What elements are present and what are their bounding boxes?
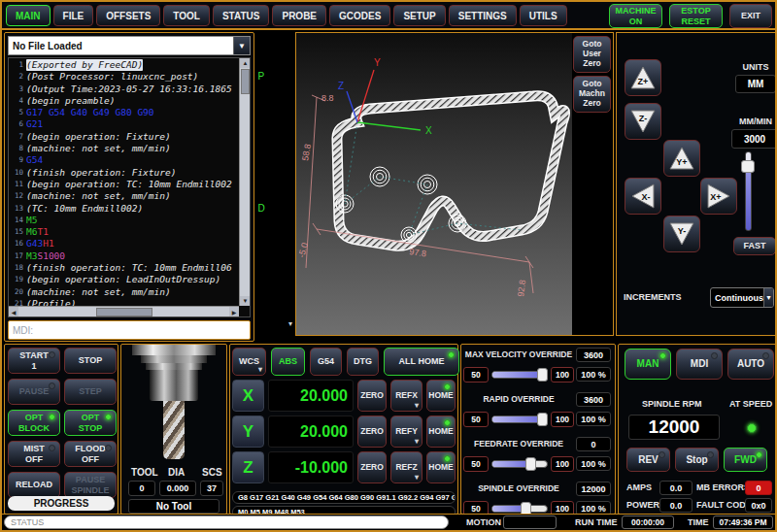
tab-gcodes[interactable]: GCODES	[329, 5, 390, 26]
pause-button[interactable]: PAUSE	[8, 379, 60, 405]
feedrate-override-slider-thumb[interactable]	[525, 457, 536, 471]
tab-main[interactable]: MAIN	[6, 5, 51, 26]
scroll-up-icon[interactable]: ▲	[240, 58, 251, 68]
opt-block-button[interactable]: OPT BLOCK	[8, 410, 60, 436]
scroll-down-icon[interactable]: ▼	[240, 296, 251, 306]
pause-spindle-button[interactable]: PAUSE SPINDLE	[64, 472, 117, 498]
rapid-override-min-button[interactable]: 50	[463, 412, 489, 427]
start-button[interactable]: START 1	[8, 348, 60, 374]
rapid-override-slider-thumb[interactable]	[537, 413, 548, 426]
tab-status[interactable]: STATUS	[213, 5, 270, 26]
spindle-stop-button[interactable]: Stop	[675, 448, 719, 472]
svg-text:X+: X+	[710, 192, 721, 202]
axis-letter-y: Y	[232, 416, 264, 448]
chevron-down-icon[interactable]: ▼	[233, 37, 250, 54]
vertical-scroll-thumb[interactable]	[241, 69, 250, 94]
man-mode-button[interactable]: MAN	[625, 349, 671, 380]
max-velocity-override-slider[interactable]	[491, 371, 548, 379]
exit-button[interactable]: EXIT	[729, 4, 772, 28]
max-velocity-override-slider-thumb[interactable]	[537, 368, 548, 382]
tab-settings[interactable]: SETTINGS	[449, 5, 517, 26]
gcode-token: H1	[43, 238, 53, 249]
opt-stop-label: OPT STOP	[79, 413, 102, 433]
jog-z-minus-button[interactable]: Z-	[625, 103, 661, 140]
chevron-down-icon[interactable]: ▼	[763, 288, 773, 307]
feedrate-override-max-button[interactable]: 100	[551, 456, 574, 472]
machine-on-button[interactable]: MACHINE ON	[609, 4, 662, 28]
tab-utils[interactable]: UTILS	[520, 5, 567, 26]
tab-tool[interactable]: TOOL	[163, 5, 210, 26]
feedrate-override-min-button[interactable]: 50	[463, 456, 489, 472]
zero-z-button[interactable]: ZERO	[357, 451, 387, 483]
step-button[interactable]: STEP	[64, 379, 117, 405]
stop-button[interactable]: STOP	[64, 348, 117, 374]
tab-file[interactable]: FILE	[53, 5, 94, 26]
all-home-button[interactable]: ALL HOME	[384, 348, 459, 376]
vertical-scrollbar[interactable]: ▲ ▼	[239, 58, 250, 306]
spindle-fwd-button[interactable]: FWD	[724, 448, 767, 472]
pause-led	[49, 382, 55, 389]
max-velocity-override-max-button[interactable]: 100	[551, 367, 574, 382]
rapid-override-slider[interactable]	[491, 416, 548, 423]
status-message-field[interactable]: STATUS	[4, 515, 449, 529]
opt-stop-button[interactable]: OPT STOP	[64, 410, 117, 436]
chevron-down-icon: ▾	[415, 437, 419, 446]
abs-button[interactable]: ABS	[271, 348, 305, 376]
rapid-override-max-button[interactable]: 100	[551, 412, 574, 427]
tab-offsets[interactable]: OFFSETS	[96, 5, 160, 26]
wcs-button[interactable]: WCS▾	[232, 348, 266, 376]
spindle-override-slider[interactable]	[491, 505, 548, 513]
horizontal-scrollbar[interactable]: ◀ ▶	[9, 306, 239, 316]
view-button-minus[interactable]: -	[258, 269, 294, 296]
home-y-button[interactable]: HOME	[426, 416, 456, 448]
jog-x-minus-button[interactable]: X-	[625, 178, 661, 215]
dtg-button[interactable]: DTG	[347, 348, 379, 376]
jog-speed-slider[interactable]	[741, 151, 755, 231]
goto-machine-zero-button[interactable]: Goto Machn Zero	[573, 76, 611, 113]
flood-button[interactable]: FLOOD OFF	[64, 441, 117, 467]
zero-y-button[interactable]: ZERO	[357, 416, 387, 448]
mist-button[interactable]: MIST OFF	[8, 441, 60, 467]
g54-button[interactable]: G54	[310, 348, 342, 376]
estop-reset-button[interactable]: ESTOP RESET	[669, 4, 723, 28]
view-button-y[interactable]: Y	[258, 137, 294, 164]
mdi-mode-button[interactable]: MDI	[676, 349, 723, 380]
horizontal-scroll-thumb[interactable]	[96, 308, 152, 316]
reload-button[interactable]: RELOAD	[8, 472, 60, 498]
backplot-viewport[interactable]: X Y Z 8.8 58.8 97.8 92.8 -5.0	[296, 33, 572, 335]
view-button-user-view[interactable]: User View▾	[258, 34, 294, 65]
gcode-line: 18(finish operation: TC: 10mm Endmill06	[9, 262, 239, 274]
zero-x-button[interactable]: ZERO	[357, 380, 387, 412]
feedrate-override-group: FEEDRATE OVERRIDE050100100 %	[461, 436, 615, 481]
jog-y-plus-button[interactable]: Y+	[663, 140, 700, 177]
scroll-left-icon[interactable]: ◀	[9, 307, 18, 317]
view-button-x[interactable]: X	[258, 104, 294, 131]
jog-y-minus-button[interactable]: Y-	[663, 216, 700, 252]
refx-button[interactable]: REFX▾	[390, 380, 422, 412]
view-button-p[interactable]: P	[258, 71, 294, 98]
fast-button[interactable]: FAST	[733, 237, 776, 255]
gcode-viewer[interactable]: 1(Exported by FreeCAD)2(Post Processor: …	[8, 57, 251, 317]
file-combo[interactable]: No File Loaded ▼	[8, 36, 251, 55]
fwd-led	[756, 451, 762, 458]
goto-user-zero-button[interactable]: Goto User Zero	[573, 36, 611, 73]
home-x-button[interactable]: HOME	[426, 380, 456, 412]
view-button-d[interactable]: D	[258, 203, 294, 230]
mdi-input[interactable]: MDI:	[8, 320, 251, 340]
refz-button[interactable]: REFZ▾	[390, 451, 422, 483]
tab-probe[interactable]: PROBE	[272, 5, 326, 26]
max-velocity-override-min-button[interactable]: 50	[463, 367, 489, 382]
scroll-right-icon[interactable]: ▶	[229, 307, 239, 317]
view-button-z[interactable]: Z	[258, 170, 294, 197]
increments-combo[interactable]: Continuous ▼	[710, 287, 774, 308]
home-z-button[interactable]: HOME	[426, 451, 456, 483]
tab-setup[interactable]: SETUP	[393, 5, 445, 26]
jog-x-plus-button[interactable]: X+	[700, 178, 737, 215]
auto-mode-button[interactable]: AUTO	[727, 349, 774, 380]
feedrate-override-slider[interactable]	[491, 460, 548, 468]
refy-button[interactable]: REFY▾	[390, 416, 422, 448]
spindle-rev-button[interactable]: REV	[626, 448, 670, 472]
jog-slider-thumb[interactable]	[741, 160, 755, 173]
jog-z-plus-button[interactable]: Z+	[625, 59, 661, 96]
view-button-plus[interactable]: +	[258, 236, 294, 263]
